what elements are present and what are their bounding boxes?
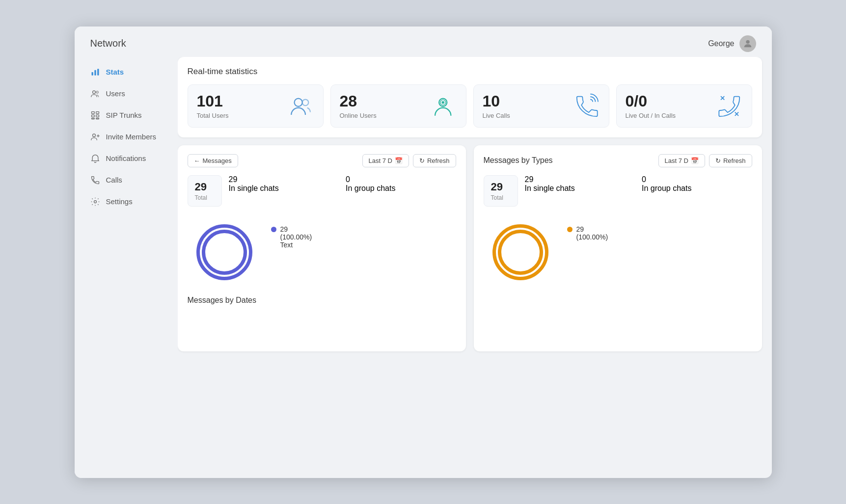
charts-row: ← ← Messages Messages Last 7 D 📅 ↻ R	[178, 145, 762, 351]
messages-donut-area: 29 (100.00%) Text	[188, 215, 456, 284]
messages-filter-button[interactable]: Last 7 D 📅	[362, 154, 409, 167]
types-legend-item: 29 (100.00%)	[567, 225, 608, 241]
svg-rect-11	[96, 118, 99, 119]
phone-icon	[90, 175, 100, 185]
grid-icon	[90, 110, 100, 120]
types-refresh-button[interactable]: ↻ Refresh	[709, 154, 752, 167]
stats-section-title: Real-time statistics	[188, 67, 752, 77]
user-info: George	[708, 35, 756, 52]
types-legend-percent: (100.00%)	[576, 233, 608, 241]
messages-single-num: 29	[229, 175, 339, 184]
sidebar-item-users[interactable]: Users	[79, 84, 174, 104]
legend-dot-text	[271, 227, 276, 232]
types-donut-legend: 29 (100.00%)	[567, 220, 608, 241]
svg-point-5	[96, 91, 98, 93]
svg-rect-10	[91, 118, 94, 119]
messages-total-num: 29	[195, 181, 215, 193]
messages-back-button[interactable]: ← ← Messages Messages	[188, 154, 238, 167]
svg-point-19	[441, 101, 444, 104]
svg-rect-1	[91, 72, 93, 76]
legend-item-text: 29 (100.00%) Text	[271, 225, 312, 249]
sidebar-label-notifications: Notifications	[106, 154, 146, 162]
bell-icon	[90, 154, 100, 163]
messages-group-label: In group chats	[346, 184, 456, 193]
svg-point-4	[92, 90, 95, 93]
refresh-icon: ↻	[419, 157, 425, 164]
messages-group-num: 0	[346, 175, 456, 184]
messages-filter-label: Last 7 D	[369, 157, 392, 164]
sidebar-item-notifications[interactable]: Notifications	[79, 149, 174, 168]
legend-type-text: Text	[280, 241, 312, 249]
types-filter-label: Last 7 D	[665, 157, 688, 164]
types-group-label: In group chats	[642, 184, 752, 193]
back-arrow-icon: ←	[194, 157, 200, 164]
svg-rect-7	[96, 111, 99, 113]
messages-total-label: Total	[195, 194, 215, 201]
stat-card-live-out-in: 0/0 Live Out / In Calls	[616, 84, 752, 128]
svg-point-15	[94, 200, 96, 203]
sidebar-item-stats[interactable]: Stats	[79, 62, 174, 82]
svg-rect-2	[94, 70, 96, 75]
messages-chart-header: ← ← Messages Messages Last 7 D 📅 ↻ R	[188, 154, 456, 167]
messages-donut-chart	[192, 220, 256, 284]
svg-rect-3	[97, 69, 99, 75]
svg-rect-8	[91, 115, 94, 117]
messages-refresh-label: Refresh	[427, 157, 450, 164]
sidebar-item-settings[interactable]: Settings	[79, 192, 174, 212]
sidebar-label-invite-members: Invite Members	[106, 133, 157, 141]
sidebar-label-stats: Stats	[106, 68, 124, 76]
users-icon	[90, 89, 100, 99]
live-out-in-label: Live Out / In Calls	[626, 112, 676, 119]
gear-icon	[90, 197, 100, 207]
total-users-label: Total Users	[197, 112, 229, 119]
stat-card-live-calls: 10 Live Calls	[473, 84, 609, 128]
svg-point-0	[746, 40, 749, 43]
types-group-num: 0	[642, 175, 752, 184]
app-window: Network George Stats	[75, 27, 772, 478]
sidebar-label-users: Users	[106, 89, 125, 98]
calendar-icon: 📅	[395, 157, 403, 164]
online-users-label: Online Users	[340, 112, 377, 119]
online-users-icon	[431, 93, 457, 119]
legend-percent-text: (100.00%)	[280, 233, 312, 241]
total-users-icon	[288, 93, 314, 119]
types-calendar-icon: 📅	[691, 157, 699, 164]
sidebar: Stats Users	[75, 57, 178, 478]
messages-refresh-button[interactable]: ↻ Refresh	[413, 154, 456, 167]
messages-mini-stats: 29 Total 29 In single chats 0 In group c…	[188, 175, 456, 207]
svg-rect-6	[91, 111, 94, 113]
live-calls-icon	[573, 93, 600, 119]
sidebar-label-settings: Settings	[106, 197, 133, 206]
sidebar-label-calls: Calls	[106, 176, 122, 184]
stat-card-total-users: 101 Total Users	[188, 84, 324, 128]
bar-chart-icon	[90, 67, 100, 77]
types-single-num: 29	[525, 175, 635, 184]
legend-value-text: 29	[280, 225, 312, 233]
svg-point-24	[497, 229, 544, 276]
types-legend-value: 29	[576, 225, 608, 233]
top-bar: Network George	[75, 27, 772, 57]
sidebar-item-invite-members[interactable]: Invite Members	[79, 127, 174, 147]
app-title: Network	[90, 38, 126, 49]
avatar	[739, 35, 756, 52]
types-mini-stats: 29 Total 29 In single chats 0 In group c…	[484, 175, 752, 207]
svg-point-17	[302, 99, 308, 106]
sidebar-item-calls[interactable]: Calls	[79, 170, 174, 190]
invite-icon	[90, 132, 100, 142]
messages-single-label: In single chats	[229, 184, 339, 193]
content-area: Real-time statistics 101 Total Users	[178, 57, 772, 478]
types-filter-button[interactable]: Last 7 D 📅	[658, 154, 705, 167]
live-out-in-number: 0/0	[626, 93, 676, 110]
messages-types-title: Messages by Types	[484, 156, 553, 165]
types-legend-dot	[567, 227, 573, 232]
sidebar-label-sip-trunks: SIP Trunks	[106, 111, 142, 119]
live-calls-number: 10	[483, 93, 510, 110]
live-calls-label: Live Calls	[483, 112, 510, 119]
messages-chart-card: ← ← Messages Messages Last 7 D 📅 ↻ R	[178, 145, 466, 351]
messages-total-mini: 29 Total	[188, 175, 222, 207]
types-refresh-icon: ↻	[715, 157, 721, 164]
sidebar-item-sip-trunks[interactable]: SIP Trunks	[79, 106, 174, 125]
messages-chart-controls: Last 7 D 📅 ↻ Refresh	[362, 154, 456, 167]
messages-donut-legend: 29 (100.00%) Text	[271, 220, 312, 249]
types-single-label: In single chats	[525, 184, 635, 193]
